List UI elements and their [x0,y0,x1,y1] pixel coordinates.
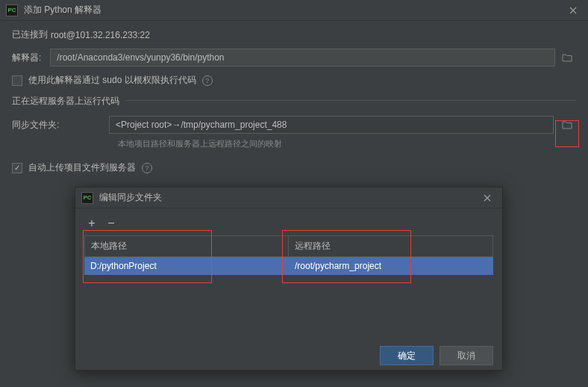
interpreter-browse-button[interactable] [558,49,576,66]
dialog-close-button[interactable] [472,188,502,208]
remote-legend: 正在远程服务器上运行代码 [12,95,125,108]
dialog-titlebar: PC 编辑同步文件夹 [75,188,502,208]
auto-upload-row: 自动上传项目文件到服务器 ? [12,161,576,174]
sync-hint: 本地项目路径和服务器上远程路径之间的映射 [118,138,576,149]
interpreter-label: 解释器: [12,52,41,64]
auto-upload-label: 自动上传项目文件到服务器 [28,161,136,174]
sync-input[interactable] [109,116,554,134]
help-icon[interactable]: ? [142,163,152,173]
sync-table: 本地路径 远程路径 D:/pythonProject /root/pycharm… [84,235,493,331]
sync-row: 同步文件夹: [12,116,576,134]
table-row[interactable]: D:/pythonProject /root/pycharm_project [84,257,493,275]
connection-row: 已连接到 root@101.32.216.233:22 [12,28,576,41]
sudo-row: 使用此解释器通过 sudo 以根权限执行代码 ? [12,74,576,87]
main-titlebar: PC 添加 Python 解释器 [0,0,588,21]
cell-local[interactable]: D:/pythonProject [84,257,289,275]
header-local: 本地路径 [85,236,289,256]
sudo-checkbox[interactable] [12,75,22,86]
add-button[interactable]: + [86,217,98,229]
dialog-body: + − 本地路径 远程路径 D:/pythonProject /root/pyc… [75,208,502,338]
folder-icon [562,53,572,62]
close-icon [484,194,491,202]
help-icon[interactable]: ? [202,75,213,86]
dialog-footer: 确定 取消 [75,338,502,370]
edit-sync-dialog: PC 编辑同步文件夹 + − 本地路径 远程路径 D:/pythonProjec… [75,187,503,371]
cancel-button[interactable]: 取消 [440,346,493,365]
header-remote: 远程路径 [289,236,492,256]
dialog-title: 编辑同步文件夹 [99,191,472,204]
connection-prefix: 已连接到 [12,28,48,41]
remote-fieldset: 正在远程服务器上运行代码 同步文件夹: 本地项目路径和服务器上远程路径之间的映射… [12,100,576,174]
app-icon: PC [6,4,18,16]
app-icon: PC [81,192,93,204]
folder-icon [562,120,572,129]
remove-button[interactable]: − [105,217,117,229]
sync-browse-button[interactable] [558,116,576,134]
sudo-label: 使用此解释器通过 sudo 以根权限执行代码 [28,74,196,87]
auto-upload-checkbox[interactable] [12,163,22,173]
interpreter-input[interactable] [50,49,555,66]
window-title: 添加 Python 解释器 [24,4,558,16]
connection-target: root@101.32.216.233:22 [51,30,150,40]
dialog-toolbar: + − [84,216,493,235]
close-icon [569,7,577,14]
ok-button[interactable]: 确定 [380,346,434,365]
interpreter-row: 解释器: [12,49,576,66]
table-header: 本地路径 远程路径 [84,235,493,257]
close-button[interactable] [558,0,588,21]
main-body: 已连接到 root@101.32.216.233:22 解释器: 使用此解释器通… [0,21,588,186]
cell-remote[interactable]: /root/pycharm_project [289,257,493,275]
sync-label: 同步文件夹: [12,119,109,131]
